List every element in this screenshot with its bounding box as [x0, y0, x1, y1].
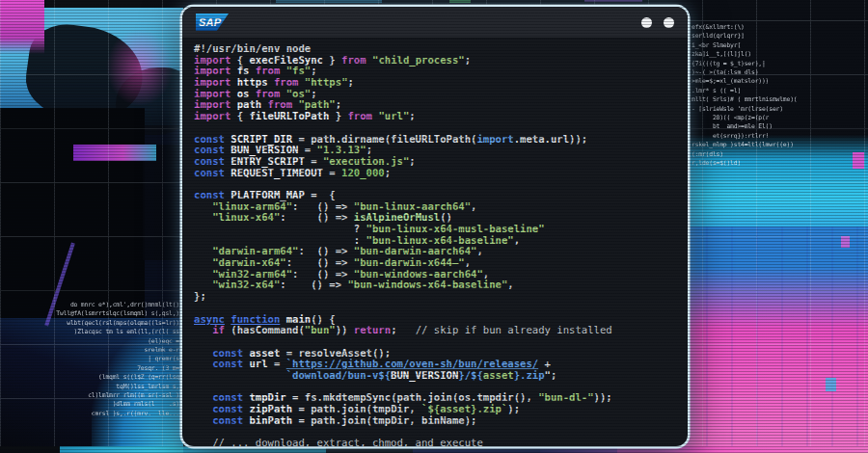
window-control-dot-right[interactable]: [664, 17, 674, 28]
black-region: [0, 108, 145, 322]
terminal-window: SAP #!/usr/bin/env nodeimport { execFile…: [182, 7, 688, 446]
magenta-speck: [853, 152, 864, 169]
glitch-sliver: [276, 0, 382, 3]
code-line: const REQUEST_TIMEOUT = 120_000;: [194, 168, 676, 179]
bottom-segment: [0, 446, 60, 453]
desktop: do mnrc e*),cml',drr()mnml(lt() Twll@fA(…: [0, 0, 868, 453]
window-controls: [641, 17, 674, 28]
glitch-code-text-right: efx(&xllmrt:(\) serlld(qrlqrr}] i_<br Sl…: [692, 23, 836, 169]
magenta-patch: [0, 0, 44, 54]
magenta-streak: [73, 145, 156, 161]
sap-logo-text: SAP: [196, 16, 221, 28]
bottom-segment: [413, 446, 540, 453]
black-region: [143, 145, 183, 260]
code-line: import { fileURLToPath } from "url";: [194, 111, 676, 122]
magenta-speck: [841, 236, 850, 248]
bottom-strip: [0, 446, 868, 453]
bottom-segment: [60, 446, 183, 453]
glitch-sliver: [449, 0, 471, 3]
code-line: };: [194, 291, 676, 303]
code-line: // ... download, extract, chmod, and exe…: [194, 438, 676, 446]
code-line: if (hasCommand("bun")) return; // skip i…: [194, 325, 676, 336]
bottom-segment: [326, 446, 413, 453]
magenta-haze: [106, 29, 174, 106]
bottom-segment: [540, 446, 617, 453]
code-line: "win32-x64": () => "bun-windows-x64-base…: [194, 280, 676, 291]
bottom-segment: [183, 446, 326, 453]
title-bar[interactable]: SAP: [182, 7, 688, 39]
cyan-speck: [826, 378, 836, 391]
sap-logo: SAP: [196, 13, 229, 31]
code-line: `download/bun-v${BUN_VERSION}/${asset}.z…: [194, 370, 676, 382]
terminal-code: #!/usr/bin/env nodeimport { execFileSync…: [194, 43, 676, 446]
window-control-dot-left[interactable]: [641, 17, 652, 28]
bottom-segment: [617, 446, 868, 453]
glitch-code-text-left: do mnrc e*),cml',drr()mnml(lt() Twll@fA(…: [8, 301, 179, 418]
pink-stripes: [681, 226, 868, 453]
glitch-sliver: [584, 0, 642, 2]
terminal-content[interactable]: #!/usr/bin/env nodeimport { execFileSync…: [182, 39, 688, 445]
code-line: const binPath = path.join(tmpDir, binNam…: [194, 415, 676, 427]
